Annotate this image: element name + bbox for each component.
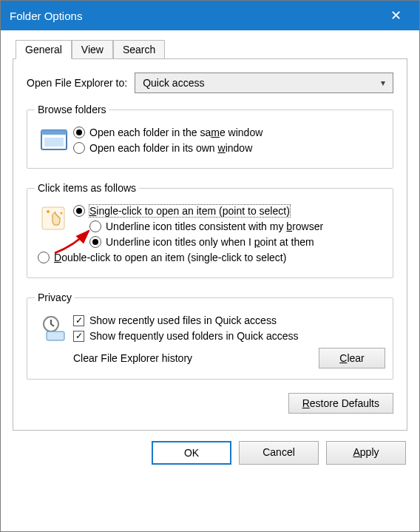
radio-underline-browser[interactable]: Underline icon titles consistent with my… xyxy=(89,220,385,232)
open-to-dropdown[interactable]: Quick access ▾ xyxy=(135,73,393,93)
chevron-down-icon: ▾ xyxy=(381,78,385,88)
radio-own-window[interactable]: Open each folder in its own window xyxy=(73,142,385,154)
radio-underline-point[interactable]: Underline icon titles only when I point … xyxy=(89,236,385,248)
privacy-group: Privacy Show recently used files in Quic… xyxy=(27,292,393,380)
window-title: Folder Options xyxy=(10,10,381,22)
ok-button[interactable]: OK xyxy=(152,441,231,465)
tab-panel-general: Open File Explorer to: Quick access ▾ Br… xyxy=(13,58,407,431)
restore-defaults-button[interactable]: Restore Defaults xyxy=(288,393,393,414)
clear-button[interactable]: Clear xyxy=(319,348,385,368)
clear-history-label: Clear File Explorer history xyxy=(73,352,319,364)
svg-rect-1 xyxy=(41,130,67,135)
check-frequent-folders[interactable]: Show frequently used folders in Quick ac… xyxy=(73,330,385,342)
svg-rect-2 xyxy=(44,138,64,147)
apply-button[interactable]: Apply xyxy=(326,441,406,465)
title-bar: Folder Options ✕ xyxy=(1,1,419,30)
click-items-group: Click items as follows Single-click to o… xyxy=(27,182,393,278)
tab-search[interactable]: Search xyxy=(113,40,165,59)
radio-icon xyxy=(73,205,85,217)
check-label: Show recently used files in Quick access xyxy=(89,314,277,326)
folder-window-icon xyxy=(39,126,69,155)
svg-point-4 xyxy=(47,210,50,213)
check-label: Show frequently used folders in Quick ac… xyxy=(89,330,298,342)
close-icon[interactable]: ✕ xyxy=(381,7,410,24)
radio-single-click[interactable]: Single-click to open an item (point to s… xyxy=(73,205,385,217)
open-to-value: Quick access xyxy=(143,77,204,89)
check-recent-files[interactable]: Show recently used files in Quick access xyxy=(73,314,385,326)
radio-icon xyxy=(38,252,50,263)
history-icon xyxy=(39,314,69,343)
browse-folders-group: Browse folders Open each folder in the s… xyxy=(27,104,393,169)
dialog-content: General View Search Open File Explorer t… xyxy=(1,30,419,431)
hand-click-icon xyxy=(39,204,69,234)
open-to-row: Open File Explorer to: Quick access ▾ xyxy=(27,73,393,93)
browse-legend: Browse folders xyxy=(35,104,109,115)
tab-bar: General View Search xyxy=(13,39,407,58)
radio-icon xyxy=(73,142,85,154)
tab-general[interactable]: General xyxy=(16,40,72,59)
tab-view[interactable]: View xyxy=(72,40,113,59)
svg-rect-7 xyxy=(47,331,64,340)
cancel-button[interactable]: Cancel xyxy=(239,441,319,465)
privacy-legend: Privacy xyxy=(35,292,75,303)
radio-icon xyxy=(89,236,101,248)
svg-point-5 xyxy=(61,212,63,215)
checkbox-icon xyxy=(73,331,84,342)
radio-same-window[interactable]: Open each folder in the same window xyxy=(73,127,385,138)
click-legend: Click items as follows xyxy=(35,182,139,194)
checkbox-icon xyxy=(73,315,84,326)
radio-icon xyxy=(89,220,101,232)
dialog-footer: OK Cancel Apply xyxy=(1,431,419,478)
radio-double-click[interactable]: Double-click to open an item (single-cli… xyxy=(38,252,385,263)
open-to-label: Open File Explorer to: xyxy=(27,77,127,89)
radio-icon xyxy=(73,127,85,138)
